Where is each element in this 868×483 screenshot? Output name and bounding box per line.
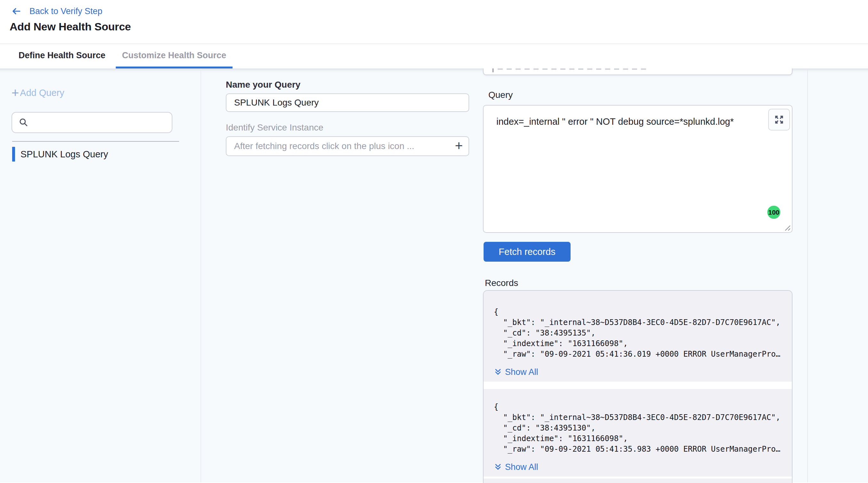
text-cursor (493, 68, 494, 72)
double-chevron-down-icon (494, 368, 502, 376)
back-link-label: Back to Verify Step (29, 6, 102, 16)
record-json: { "_bkt": "_internal~38~D537D8B4-3EC0-4D… (494, 307, 783, 360)
page-header: Back to Verify Step Add New Health Sourc… (0, 0, 868, 44)
query-settings-column: Name your Query Identify Service Instanc… (201, 68, 480, 482)
tab-define-health-source[interactable]: Define Health Source (12, 44, 112, 68)
records-list: { "_bkt": "_internal~38~D537D8B4-3EC0-4D… (483, 290, 793, 483)
show-all-link[interactable]: Show All (494, 462, 538, 472)
arrow-left-icon (11, 6, 21, 16)
resize-corner-icon[interactable] (783, 223, 791, 231)
expand-query-button[interactable] (768, 109, 790, 130)
query-name-input[interactable] (226, 93, 469, 112)
tab-define-label: Define Health Source (19, 51, 105, 60)
show-all-label: Show All (505, 462, 538, 472)
tab-bar: Define Health Source Customize Health So… (0, 44, 868, 68)
record-card-partial (484, 479, 792, 483)
back-link[interactable]: Back to Verify Step (11, 5, 868, 17)
query-sidebar: + Add Query SPLUNK Logs Query (0, 68, 201, 482)
show-all-link[interactable]: Show All (494, 367, 538, 377)
double-chevron-down-icon (494, 463, 502, 472)
query-and-records-column: Query index=_internal " error " NOT debu… (480, 68, 808, 482)
query-item-label: SPLUNK Logs Query (21, 149, 108, 160)
identify-service-instance-label: Identify Service Instance (226, 123, 480, 132)
service-instance-row: + (226, 136, 469, 156)
record-card: { "_bkt": "_internal~38~D537D8B4-3EC0-4D… (484, 291, 792, 382)
query-search-box (11, 112, 173, 133)
clipped-scrolled-input[interactable] (483, 68, 793, 75)
fetch-records-button[interactable]: Fetch records (484, 242, 570, 262)
record-count-badge: 100 (767, 206, 780, 219)
expand-arrows-icon (773, 114, 785, 126)
sidebar-item-splunk-logs-query[interactable]: SPLUNK Logs Query (12, 147, 200, 162)
show-all-label: Show All (505, 367, 538, 377)
search-icon (19, 117, 29, 128)
query-textarea[interactable]: index=_internal " error " NOT debug sour… (483, 105, 793, 233)
clipped-text-fragments (498, 68, 648, 70)
record-card: { "_bkt": "_internal~38~D537D8B4-3EC0-4D… (484, 389, 792, 477)
add-service-instance-plus-icon[interactable]: + (455, 138, 463, 154)
service-instance-input[interactable] (226, 136, 469, 156)
records-label: Records (485, 278, 807, 288)
right-margin-area (808, 68, 868, 482)
selected-indicator (12, 147, 15, 161)
tab-customize-health-source[interactable]: Customize Health Source (116, 44, 233, 68)
content-area: + Add Query SPLUNK Logs Query Name your … (0, 68, 868, 482)
add-query-label: Add Query (20, 88, 64, 98)
add-query-button[interactable]: + Add Query (11, 86, 200, 99)
search-input[interactable] (29, 113, 172, 132)
plus-icon: + (11, 87, 19, 98)
tab-customize-label: Customize Health Source (122, 51, 226, 60)
name-your-query-label: Name your Query (226, 80, 480, 90)
query-label: Query (488, 90, 807, 100)
page-title: Add New Health Source (9, 21, 868, 33)
sidebar-divider (12, 141, 179, 142)
query-text: index=_internal " error " NOT debug sour… (484, 105, 792, 127)
record-json: { "_bkt": "_internal~38~D537D8B4-3EC0-4D… (494, 402, 783, 455)
